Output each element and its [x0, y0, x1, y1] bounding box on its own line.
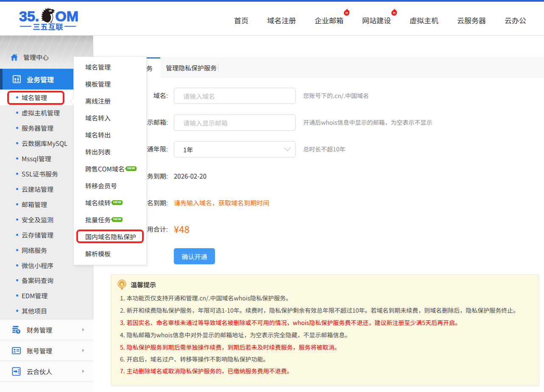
svg-text:¥: ¥ [17, 329, 19, 333]
svg-text:H: H [346, 11, 348, 15]
svg-text:H: H [393, 11, 395, 15]
